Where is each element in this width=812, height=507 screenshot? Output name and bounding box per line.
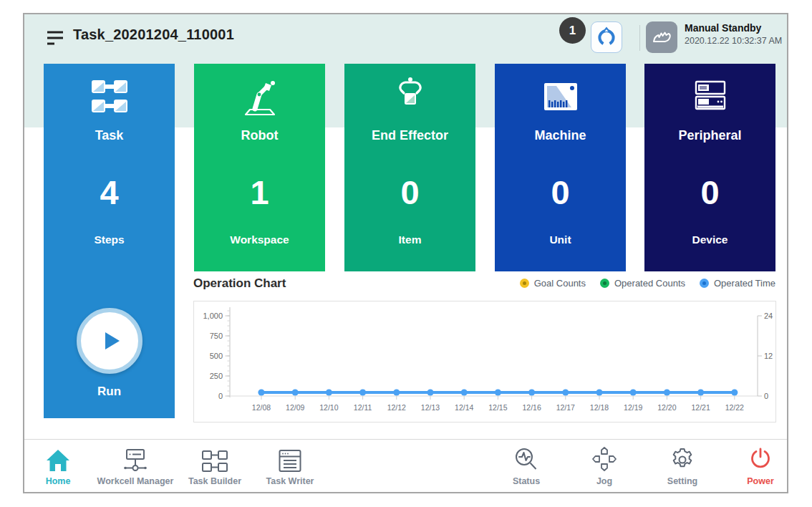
robot-mode-button[interactable]	[646, 21, 677, 53]
card-title: Machine	[495, 128, 626, 143]
legend-operated-counts: Operated Counts	[600, 278, 685, 289]
peripheral-icon	[644, 75, 775, 118]
svg-text:12/22: 12/22	[725, 403, 744, 412]
svg-text:12/08: 12/08	[252, 403, 271, 412]
svg-text:12/19: 12/19	[624, 403, 642, 412]
legend-label: Operated Counts	[614, 278, 685, 289]
goal-counts-dot-icon	[520, 279, 529, 288]
hamburger-icon	[46, 30, 64, 46]
svg-text:12/14: 12/14	[455, 403, 473, 412]
robot-status: Manual Standby 2020.12.22 10:32:37 AM	[685, 23, 782, 46]
nav-label: Power	[714, 476, 788, 486]
svg-text:12/09: 12/09	[286, 403, 304, 412]
svg-text:12/10: 12/10	[319, 403, 338, 412]
card-task[interactable]: Task 4 Steps Run	[44, 64, 175, 418]
nav-power[interactable]: Power	[714, 445, 788, 486]
svg-text:12/11: 12/11	[354, 403, 372, 412]
bottom-nav: Home Workcell Manager	[24, 439, 787, 492]
svg-text:250: 250	[210, 372, 223, 380]
callout-badge-1: 1	[559, 17, 586, 44]
legend-label: Operated Time	[714, 278, 775, 289]
operation-chart-title: Operation Chart	[193, 276, 286, 291]
svg-text:12/18: 12/18	[590, 403, 609, 412]
card-peripheral[interactable]: Peripheral 0 Device	[644, 64, 775, 271]
card-value: 4	[44, 173, 175, 212]
header-divider	[639, 25, 640, 51]
card-unit: Steps	[44, 233, 175, 246]
robot-icon	[194, 75, 325, 118]
svg-text:12/16: 12/16	[522, 403, 541, 412]
card-unit: Device	[644, 233, 775, 246]
card-unit: Item	[344, 233, 475, 246]
run-label: Run	[44, 385, 175, 399]
chart-legend: Goal Counts Operated Counts Operated Tim…	[520, 278, 775, 289]
app-window: Task_20201204_110001 1 Manual Standby 20…	[23, 13, 788, 493]
end-effector-icon	[344, 75, 475, 118]
card-value: 0	[495, 173, 626, 212]
status-label: Manual Standby	[685, 23, 782, 33]
card-unit: Workspace	[194, 233, 325, 246]
card-robot[interactable]: Robot 1 Workspace	[194, 64, 325, 271]
hand-icon	[651, 26, 672, 48]
operated-counts-dot-icon	[600, 279, 609, 288]
svg-text:12/13: 12/13	[421, 403, 440, 412]
operation-chart-plot: 02505007501,0000122412/0812/0912/1012/11…	[194, 301, 775, 422]
gripper-icon	[596, 26, 617, 48]
card-title: End Effector	[344, 128, 475, 143]
card-unit: Unit	[495, 233, 626, 246]
operated-time-dot-icon	[700, 279, 709, 288]
card-title: Robot	[194, 128, 325, 143]
operation-chart[interactable]: 02505007501,0000122412/0812/0912/1012/11…	[193, 301, 776, 422]
card-value: 1	[194, 173, 325, 212]
svg-text:750: 750	[210, 332, 223, 340]
card-end-effector[interactable]: End Effector 0 Item	[344, 64, 475, 271]
svg-text:0: 0	[764, 392, 768, 400]
legend-goal-counts: Goal Counts	[520, 278, 586, 289]
play-icon	[95, 327, 124, 355]
status-timestamp: 2020.12.22 10:32:37 AM	[685, 37, 782, 46]
svg-text:12/15: 12/15	[488, 403, 507, 412]
machine-icon	[495, 75, 626, 118]
card-value: 0	[344, 173, 475, 212]
card-title: Peripheral	[644, 128, 775, 143]
legend-label: Goal Counts	[534, 278, 586, 289]
svg-text:12/21: 12/21	[691, 403, 710, 412]
svg-text:1,000: 1,000	[203, 312, 223, 320]
svg-text:24: 24	[764, 312, 773, 320]
run-button[interactable]	[77, 308, 142, 374]
nav-label: Task Writer	[243, 476, 337, 486]
task-writer-icon	[243, 445, 337, 473]
svg-text:12/12: 12/12	[387, 403, 406, 412]
task-icon	[44, 75, 175, 118]
svg-text:12/20: 12/20	[657, 403, 676, 412]
card-machine[interactable]: Machine 0 Unit	[495, 64, 626, 271]
svg-text:0: 0	[218, 392, 223, 400]
task-title: Task_20201204_110001	[73, 26, 234, 43]
svg-text:500: 500	[210, 352, 223, 360]
power-icon	[714, 445, 788, 473]
nav-task-writer[interactable]: Task Writer	[243, 445, 337, 486]
card-value: 0	[644, 173, 775, 212]
legend-operated-time: Operated Time	[700, 278, 775, 289]
svg-text:12/17: 12/17	[556, 403, 575, 412]
svg-text:12: 12	[764, 352, 773, 360]
card-title: Task	[44, 128, 175, 143]
screen: Task_20201204_110001 1 Manual Standby 20…	[0, 0, 812, 507]
gripper-mode-button[interactable]	[591, 21, 622, 53]
menu-button[interactable]	[46, 30, 64, 46]
